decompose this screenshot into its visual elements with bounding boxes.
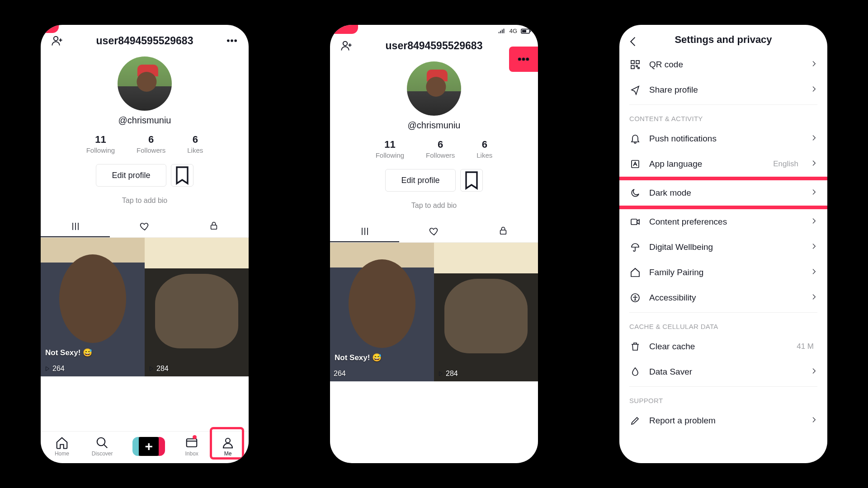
stat-followers[interactable]: 6Followers (137, 134, 165, 154)
add-friend-icon[interactable] (339, 38, 354, 53)
bookmark-button[interactable] (460, 169, 483, 192)
svg-point-11 (343, 42, 347, 46)
umbrella-icon (629, 242, 641, 253)
highlight-top-bar (619, 177, 827, 180)
row-report-problem[interactable]: Report a problem (619, 408, 827, 433)
chevron-right-icon (810, 60, 817, 69)
live-badge (41, 25, 59, 33)
highlight-me-tab (210, 427, 244, 460)
row-digital-wellbeing[interactable]: Digital Wellbeing (619, 235, 827, 260)
stat-likes[interactable]: 6Likes (476, 139, 492, 159)
settings-title: Settings and privacy (675, 34, 772, 46)
share-icon (629, 84, 641, 95)
avatar[interactable] (407, 61, 461, 116)
video-caption: Not Sexy! 😅 (45, 348, 92, 357)
row-push-notifications[interactable]: Push notifications (619, 126, 827, 151)
moon-icon (629, 188, 641, 198)
video-thumb-1[interactable]: Not Sexy! 😅 264 (330, 243, 434, 381)
svg-point-22 (635, 296, 636, 297)
row-app-language[interactable]: App language English (619, 151, 827, 177)
tab-liked[interactable] (110, 216, 179, 237)
chevron-right-icon (810, 85, 817, 94)
stat-following[interactable]: 11Following (86, 134, 115, 154)
edit-profile-button[interactable]: Edit profile (385, 169, 455, 192)
svg-point-13 (523, 58, 525, 61)
bio-placeholder[interactable]: Tap to add bio (330, 202, 538, 210)
language-value: English (773, 160, 798, 169)
avatar[interactable] (118, 56, 172, 111)
chevron-right-icon (810, 416, 817, 425)
bell-icon (629, 133, 641, 144)
cache-value: 41 M (797, 342, 814, 351)
add-friend-icon[interactable] (50, 33, 65, 48)
chevron-right-icon (810, 217, 817, 226)
more-icon[interactable] (224, 33, 240, 48)
svg-point-0 (54, 37, 58, 41)
chevron-right-icon (810, 188, 817, 197)
row-qr-code[interactable]: QR code (619, 52, 827, 77)
nav-create[interactable]: + (135, 437, 162, 456)
back-button[interactable] (626, 34, 641, 49)
svg-point-5 (97, 438, 105, 446)
svg-rect-18 (631, 66, 634, 69)
video-icon (629, 216, 641, 227)
stat-following[interactable]: 11Following (376, 139, 404, 159)
tab-private[interactable] (179, 216, 249, 237)
username-title: user8494595529683 (386, 40, 483, 52)
accessibility-icon (629, 292, 641, 303)
edit-profile-button[interactable]: Edit profile (96, 164, 166, 187)
tab-liked[interactable] (399, 221, 468, 242)
row-content-preferences[interactable]: Content preferences (619, 209, 827, 235)
section-cache: CACHE & CELLULAR DATA (619, 314, 827, 334)
phone-profile-1: user8494595529683 @chrismuniu 11Followin… (41, 25, 249, 463)
pencil-icon (629, 415, 641, 426)
stat-followers[interactable]: 6Followers (426, 139, 455, 159)
divider (629, 312, 817, 313)
svg-point-14 (526, 58, 528, 61)
video-thumb-2[interactable]: 284 (434, 243, 538, 381)
svg-point-2 (231, 40, 233, 42)
chevron-right-icon (810, 134, 817, 143)
status-bar: 4G (330, 25, 538, 34)
svg-rect-15 (500, 230, 506, 234)
chevron-right-icon (810, 160, 817, 169)
row-clear-cache[interactable]: Clear cache 41 M (619, 334, 827, 359)
username-title: user8494595529683 (96, 35, 193, 47)
svg-point-3 (235, 40, 236, 42)
tab-grid[interactable] (330, 221, 399, 242)
chevron-right-icon (810, 367, 817, 376)
video-thumb-2[interactable]: 284 (145, 238, 249, 376)
divider (629, 104, 817, 105)
highlight-more-button[interactable] (509, 47, 538, 72)
qr-icon (629, 59, 641, 70)
nav-inbox[interactable]: Inbox (185, 436, 198, 457)
chevron-right-icon (810, 243, 817, 252)
section-content-activity: CONTENT & ACTIVITY (619, 107, 827, 126)
bio-placeholder[interactable]: Tap to add bio (41, 197, 249, 205)
chevron-right-icon (810, 268, 817, 277)
svg-rect-17 (636, 61, 639, 64)
language-icon (629, 159, 641, 169)
handle: @chrismuniu (118, 115, 171, 126)
row-accessibility[interactable]: Accessibility (619, 285, 827, 310)
nav-home[interactable]: Home (55, 436, 69, 457)
bookmark-button[interactable] (171, 164, 193, 187)
chevron-right-icon (810, 293, 817, 302)
row-dark-mode[interactable]: Dark mode (619, 180, 827, 206)
svg-point-1 (227, 40, 229, 42)
video-views: 264 (334, 370, 346, 378)
video-views: 284 (438, 370, 458, 378)
video-views: 284 (148, 365, 169, 373)
home-icon (629, 267, 641, 278)
svg-rect-6 (187, 439, 197, 447)
video-thumb-1[interactable]: Not Sexy! 😅 264 (41, 238, 145, 376)
row-family-pairing[interactable]: Family Pairing (619, 260, 827, 285)
tab-grid[interactable] (41, 216, 110, 237)
svg-rect-4 (211, 225, 217, 229)
svg-rect-9 (530, 30, 531, 32)
tab-private[interactable] (469, 221, 538, 242)
row-data-saver[interactable]: Data Saver (619, 359, 827, 385)
nav-discover[interactable]: Discover (92, 436, 113, 457)
stat-likes[interactable]: 6Likes (187, 134, 203, 154)
row-share-profile[interactable]: Share profile (619, 77, 827, 103)
